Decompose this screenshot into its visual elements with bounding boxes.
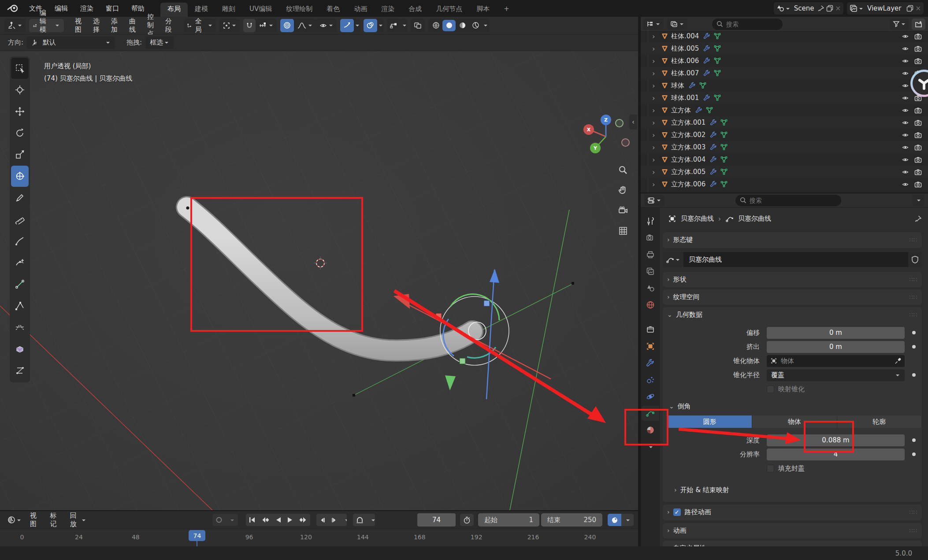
drag-dropdown[interactable]: 框选 bbox=[145, 37, 174, 49]
chevron-down-icon[interactable] bbox=[403, 25, 406, 28]
workspace-tab[interactable]: 动画 bbox=[347, 3, 374, 17]
panel-grip[interactable]: ∷∷ bbox=[909, 312, 917, 318]
transform-orientation-dropdown[interactable]: 全局 bbox=[184, 19, 216, 32]
taper-radius-dropdown[interactable]: 覆盖 bbox=[767, 369, 905, 381]
modifier-wrench-icon[interactable] bbox=[703, 70, 710, 77]
topbar-menu-item[interactable]: 编辑 bbox=[48, 4, 74, 13]
workspace-tab[interactable]: 渲染 bbox=[374, 3, 401, 17]
workspace-tab[interactable]: 纹理绘制 bbox=[279, 3, 319, 17]
disable-in-render-camera-icon[interactable] bbox=[914, 156, 922, 163]
current-frame-field[interactable]: 74 bbox=[417, 513, 456, 527]
tool-cursor[interactable] bbox=[11, 79, 29, 100]
workspace-tab[interactable]: 合成 bbox=[401, 3, 429, 17]
hide-in-viewport-eye-icon[interactable] bbox=[902, 45, 909, 52]
show-overlays-toggle[interactable] bbox=[364, 19, 377, 32]
mesh-data-icon[interactable] bbox=[714, 70, 721, 77]
tool-radius[interactable] bbox=[11, 295, 29, 316]
hide-in-viewport-eye-icon[interactable] bbox=[902, 144, 909, 151]
pan-hand-button[interactable] bbox=[615, 182, 631, 198]
shading-solid-button[interactable] bbox=[442, 20, 456, 31]
hide-in-viewport-eye-icon[interactable] bbox=[902, 33, 909, 40]
mesh-data-icon[interactable] bbox=[720, 119, 728, 126]
axis-navigator[interactable]: X Y Z bbox=[577, 103, 635, 160]
mesh-data-icon[interactable] bbox=[706, 107, 713, 114]
properties-options-button[interactable] bbox=[912, 195, 924, 206]
pin-icon[interactable] bbox=[914, 215, 922, 223]
snap-target-dropdown[interactable] bbox=[256, 22, 277, 29]
chevron-down-icon[interactable] bbox=[379, 25, 382, 28]
workspace-tab[interactable]: 几何节点 bbox=[429, 3, 469, 17]
outliner-row[interactable]: › 立方体 bbox=[641, 104, 928, 116]
properties-editor-type-button[interactable] bbox=[644, 195, 664, 206]
animate-dot[interactable] bbox=[912, 452, 916, 456]
hide-in-viewport-eye-icon[interactable] bbox=[902, 107, 909, 114]
tool-move[interactable] bbox=[11, 101, 29, 122]
close-icon[interactable]: × bbox=[915, 4, 921, 12]
viewport-menu-item[interactable]: 视图 bbox=[69, 17, 87, 34]
mesh-data-icon[interactable] bbox=[714, 33, 721, 40]
taper-object-field[interactable]: 物体 bbox=[767, 355, 905, 367]
timeline-editor-type-button[interactable] bbox=[4, 514, 25, 526]
shading-rendered-button[interactable] bbox=[469, 20, 482, 31]
outliner-row[interactable]: › 立方体.005 bbox=[641, 166, 928, 178]
animate-dot[interactable] bbox=[912, 345, 916, 349]
topbar-menu-item[interactable]: 窗口 bbox=[100, 4, 125, 13]
panel-animation[interactable]: ›动画∷∷ bbox=[663, 523, 922, 538]
tab-object[interactable] bbox=[642, 339, 659, 354]
panel-path-animation[interactable]: › ✓ 路径动画∷∷ bbox=[663, 504, 922, 520]
disable-in-render-camera-icon[interactable] bbox=[914, 181, 922, 188]
timeline-menu-item[interactable]: 标记 bbox=[45, 512, 64, 528]
hide-in-viewport-eye-icon[interactable] bbox=[902, 95, 909, 101]
panel-shape[interactable]: ›形状∷∷ bbox=[663, 272, 922, 287]
add-workspace-button[interactable]: + bbox=[497, 3, 516, 17]
bevel-subpanel-header[interactable]: ⌄倒角 bbox=[664, 399, 695, 414]
modifier-wrench-icon[interactable] bbox=[710, 181, 717, 188]
new-collection-button[interactable] bbox=[912, 19, 925, 30]
hide-in-viewport-eye-icon[interactable] bbox=[902, 181, 909, 188]
axis-x-ball[interactable]: X bbox=[583, 124, 594, 135]
hide-in-viewport-eye-icon[interactable] bbox=[902, 156, 909, 163]
expand-arrow-icon[interactable]: › bbox=[652, 32, 661, 41]
auto-keying-button[interactable] bbox=[212, 514, 226, 526]
outliner-row[interactable]: › 立方体.006 bbox=[641, 178, 928, 190]
modifier-wrench-icon[interactable] bbox=[695, 107, 702, 114]
panel-grip[interactable]: ∷∷ bbox=[909, 294, 917, 300]
direction-dropdown[interactable]: 默认 bbox=[27, 37, 115, 49]
expand-arrow-icon[interactable]: › bbox=[652, 106, 661, 115]
tool-extrude[interactable] bbox=[11, 338, 29, 360]
mesh-data-icon[interactable] bbox=[699, 82, 706, 89]
mesh-data-icon[interactable] bbox=[720, 168, 728, 175]
jump-to-end-button[interactable] bbox=[310, 514, 310, 526]
preview-range-dropdown[interactable] bbox=[367, 514, 375, 526]
expand-arrow-icon[interactable]: › bbox=[652, 180, 661, 189]
disable-in-render-camera-icon[interactable] bbox=[914, 58, 922, 64]
expand-arrow-icon[interactable]: › bbox=[652, 57, 661, 65]
hide-in-viewport-eye-icon[interactable] bbox=[902, 70, 909, 77]
sync-playback-button[interactable] bbox=[608, 514, 621, 526]
workspace-tab[interactable]: 着色 bbox=[319, 3, 347, 17]
expand-arrow-icon[interactable]: › bbox=[652, 156, 661, 164]
outliner-row[interactable]: › 立方体.002 bbox=[641, 129, 928, 141]
close-icon[interactable]: × bbox=[835, 4, 841, 12]
start-end-mapping-subpanel[interactable]: ›开始 & 结束映射 bbox=[670, 482, 734, 497]
tab-collection[interactable] bbox=[642, 322, 659, 337]
panel-custom-properties[interactable]: ›自定义属性∷∷ bbox=[663, 541, 922, 546]
axis-neg-x-ball[interactable] bbox=[621, 138, 630, 147]
tab-output[interactable] bbox=[642, 247, 659, 262]
tab-modifiers[interactable] bbox=[642, 356, 659, 371]
bevel-mode-tab[interactable]: 圆形 bbox=[668, 415, 752, 428]
modifier-wrench-icon[interactable] bbox=[710, 144, 717, 151]
proportional-editing-toggle[interactable] bbox=[280, 19, 294, 32]
playhead[interactable]: 74 bbox=[189, 530, 205, 541]
frame-jump-dropdown[interactable] bbox=[340, 514, 347, 526]
modifier-wrench-icon[interactable] bbox=[710, 131, 717, 138]
xray-toggle[interactable] bbox=[411, 19, 425, 32]
editor-type-button[interactable] bbox=[4, 19, 26, 32]
modifier-wrench-icon[interactable] bbox=[703, 57, 710, 64]
panel-shape-keys[interactable]: ›形态键∷∷ bbox=[663, 232, 922, 248]
snap-node-dropdown[interactable] bbox=[387, 19, 401, 32]
visibility-dropdown[interactable] bbox=[316, 19, 337, 32]
workspace-tab[interactable]: UV编辑 bbox=[242, 3, 279, 17]
pin-icon[interactable] bbox=[817, 5, 824, 12]
animate-dot[interactable] bbox=[912, 373, 916, 377]
